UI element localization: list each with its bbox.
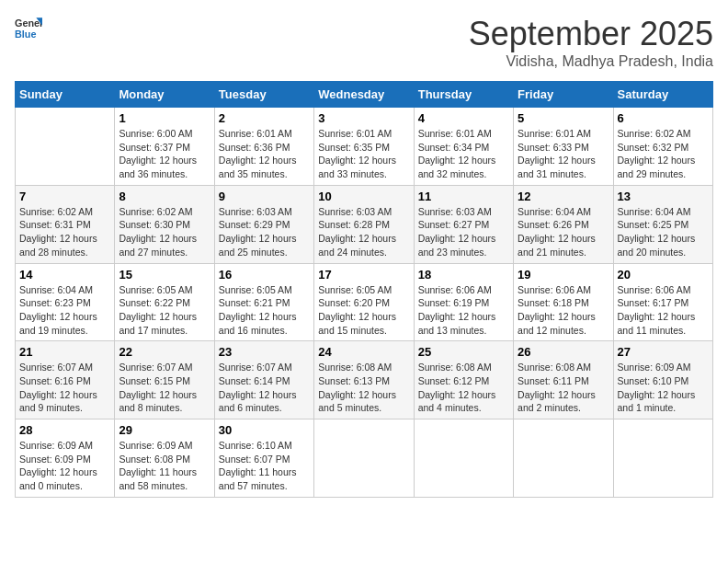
day-info: Sunrise: 6:03 AMSunset: 6:29 PMDaylight:… [219, 205, 310, 259]
calendar-cell: 1Sunrise: 6:00 AMSunset: 6:37 PMDaylight… [115, 108, 214, 186]
calendar-cell: 27Sunrise: 6:09 AMSunset: 6:10 PMDayligh… [613, 341, 712, 419]
weekday-header-cell: Thursday [414, 82, 513, 108]
day-number: 15 [119, 268, 210, 282]
calendar-cell: 20Sunrise: 6:06 AMSunset: 6:17 PMDayligh… [613, 263, 712, 341]
day-number: 7 [19, 190, 110, 203]
calendar-cell: 5Sunrise: 6:01 AMSunset: 6:33 PMDaylight… [514, 108, 613, 186]
day-info: Sunrise: 6:07 AMSunset: 6:16 PMDaylight:… [19, 361, 110, 415]
day-info: Sunrise: 6:09 AMSunset: 6:10 PMDaylight:… [618, 361, 709, 415]
calendar-cell: 22Sunrise: 6:07 AMSunset: 6:15 PMDayligh… [115, 341, 214, 419]
calendar-cell: 7Sunrise: 6:02 AMSunset: 6:31 PMDaylight… [16, 185, 115, 263]
calendar-cell: 28Sunrise: 6:09 AMSunset: 6:09 PMDayligh… [16, 419, 115, 498]
day-number: 24 [318, 345, 409, 359]
calendar-cell [414, 419, 513, 498]
calendar-cell: 26Sunrise: 6:08 AMSunset: 6:11 PMDayligh… [514, 341, 613, 419]
calendar-week-row: 14Sunrise: 6:04 AMSunset: 6:23 PMDayligh… [16, 263, 713, 341]
weekday-header-cell: Sunday [16, 82, 115, 108]
calendar-week-row: 7Sunrise: 6:02 AMSunset: 6:31 PMDaylight… [16, 185, 713, 263]
month-title: September 2025 [469, 15, 713, 53]
day-info: Sunrise: 6:01 AMSunset: 6:33 PMDaylight:… [518, 127, 609, 181]
calendar-cell: 15Sunrise: 6:05 AMSunset: 6:22 PMDayligh… [115, 263, 214, 341]
day-info: Sunrise: 6:00 AMSunset: 6:37 PMDaylight:… [119, 127, 210, 181]
day-info: Sunrise: 6:06 AMSunset: 6:18 PMDaylight:… [518, 283, 609, 338]
day-number: 17 [318, 268, 409, 282]
day-info: Sunrise: 6:08 AMSunset: 6:13 PMDaylight:… [318, 361, 409, 415]
calendar-week-row: 21Sunrise: 6:07 AMSunset: 6:16 PMDayligh… [16, 341, 713, 419]
calendar-cell: 24Sunrise: 6:08 AMSunset: 6:13 PMDayligh… [314, 341, 414, 419]
day-info: Sunrise: 6:02 AMSunset: 6:31 PMDaylight:… [19, 205, 110, 259]
day-info: Sunrise: 6:09 AMSunset: 6:08 PMDaylight:… [119, 439, 210, 493]
day-number: 22 [119, 345, 210, 359]
title-area: September 2025 Vidisha, Madhya Pradesh, … [469, 15, 713, 70]
day-info: Sunrise: 6:08 AMSunset: 6:12 PMDaylight:… [418, 361, 509, 415]
day-info: Sunrise: 6:04 AMSunset: 6:26 PMDaylight:… [518, 205, 609, 259]
calendar-week-row: 1Sunrise: 6:00 AMSunset: 6:37 PMDaylight… [16, 108, 713, 186]
day-number: 28 [19, 423, 110, 437]
logo: General Blue [15, 15, 42, 42]
calendar-cell: 30Sunrise: 6:10 AMSunset: 6:07 PMDayligh… [214, 419, 313, 498]
weekday-header-cell: Saturday [613, 82, 712, 108]
day-info: Sunrise: 6:03 AMSunset: 6:27 PMDaylight:… [418, 205, 509, 259]
calendar-cell: 12Sunrise: 6:04 AMSunset: 6:26 PMDayligh… [514, 185, 613, 263]
weekday-header-cell: Wednesday [314, 82, 414, 108]
day-number: 4 [418, 111, 509, 125]
day-number: 6 [618, 111, 709, 125]
calendar-table: SundayMondayTuesdayWednesdayThursdayFrid… [15, 81, 713, 498]
day-number: 2 [219, 111, 310, 125]
day-number: 8 [119, 190, 210, 203]
calendar-cell: 11Sunrise: 6:03 AMSunset: 6:27 PMDayligh… [414, 185, 513, 263]
calendar-cell: 10Sunrise: 6:03 AMSunset: 6:28 PMDayligh… [314, 185, 414, 263]
calendar-cell: 23Sunrise: 6:07 AMSunset: 6:14 PMDayligh… [214, 341, 313, 419]
day-info: Sunrise: 6:09 AMSunset: 6:09 PMDaylight:… [19, 439, 110, 493]
calendar-cell: 3Sunrise: 6:01 AMSunset: 6:35 PMDaylight… [314, 108, 414, 186]
day-number: 13 [618, 190, 709, 203]
day-number: 29 [119, 423, 210, 437]
subtitle: Vidisha, Madhya Pradesh, India [469, 53, 713, 70]
day-info: Sunrise: 6:06 AMSunset: 6:17 PMDaylight:… [618, 283, 709, 338]
calendar-body: 1Sunrise: 6:00 AMSunset: 6:37 PMDaylight… [16, 108, 713, 498]
day-number: 11 [418, 190, 509, 203]
calendar-cell: 18Sunrise: 6:06 AMSunset: 6:19 PMDayligh… [414, 263, 513, 341]
calendar-cell: 29Sunrise: 6:09 AMSunset: 6:08 PMDayligh… [115, 419, 214, 498]
day-info: Sunrise: 6:01 AMSunset: 6:36 PMDaylight:… [219, 127, 310, 181]
day-info: Sunrise: 6:05 AMSunset: 6:21 PMDaylight:… [219, 283, 310, 338]
day-number: 19 [518, 268, 609, 282]
day-number: 30 [219, 423, 310, 437]
calendar-cell: 25Sunrise: 6:08 AMSunset: 6:12 PMDayligh… [414, 341, 513, 419]
day-number: 16 [219, 268, 310, 282]
calendar-cell: 8Sunrise: 6:02 AMSunset: 6:30 PMDaylight… [115, 185, 214, 263]
weekday-header-row: SundayMondayTuesdayWednesdayThursdayFrid… [16, 82, 713, 108]
day-info: Sunrise: 6:04 AMSunset: 6:25 PMDaylight:… [618, 205, 709, 259]
calendar-cell [514, 419, 613, 498]
day-number: 21 [19, 345, 110, 359]
day-info: Sunrise: 6:02 AMSunset: 6:30 PMDaylight:… [119, 205, 210, 259]
weekday-header-cell: Monday [115, 82, 214, 108]
day-number: 3 [318, 111, 409, 125]
day-number: 1 [119, 111, 210, 125]
day-number: 23 [219, 345, 310, 359]
calendar-cell: 9Sunrise: 6:03 AMSunset: 6:29 PMDaylight… [214, 185, 313, 263]
day-number: 26 [518, 345, 609, 359]
calendar-cell: 16Sunrise: 6:05 AMSunset: 6:21 PMDayligh… [214, 263, 313, 341]
calendar-week-row: 28Sunrise: 6:09 AMSunset: 6:09 PMDayligh… [16, 419, 713, 498]
day-info: Sunrise: 6:04 AMSunset: 6:23 PMDaylight:… [19, 283, 110, 338]
day-number: 5 [518, 111, 609, 125]
logo-icon: General Blue [15, 15, 42, 42]
day-info: Sunrise: 6:10 AMSunset: 6:07 PMDaylight:… [219, 439, 310, 493]
calendar-cell: 6Sunrise: 6:02 AMSunset: 6:32 PMDaylight… [613, 108, 712, 186]
day-info: Sunrise: 6:07 AMSunset: 6:14 PMDaylight:… [219, 361, 310, 415]
weekday-header-cell: Tuesday [214, 82, 313, 108]
header: General Blue September 2025 Vidisha, Mad… [15, 15, 713, 70]
day-info: Sunrise: 6:01 AMSunset: 6:35 PMDaylight:… [318, 127, 409, 181]
calendar-cell [16, 108, 115, 186]
calendar-cell: 14Sunrise: 6:04 AMSunset: 6:23 PMDayligh… [16, 263, 115, 341]
day-number: 25 [418, 345, 509, 359]
day-number: 18 [418, 268, 509, 282]
day-info: Sunrise: 6:03 AMSunset: 6:28 PMDaylight:… [318, 205, 409, 259]
calendar-cell: 4Sunrise: 6:01 AMSunset: 6:34 PMDaylight… [414, 108, 513, 186]
day-info: Sunrise: 6:05 AMSunset: 6:20 PMDaylight:… [318, 283, 409, 338]
day-info: Sunrise: 6:08 AMSunset: 6:11 PMDaylight:… [518, 361, 609, 415]
day-number: 12 [518, 190, 609, 203]
calendar-cell: 21Sunrise: 6:07 AMSunset: 6:16 PMDayligh… [16, 341, 115, 419]
day-number: 20 [618, 268, 709, 282]
